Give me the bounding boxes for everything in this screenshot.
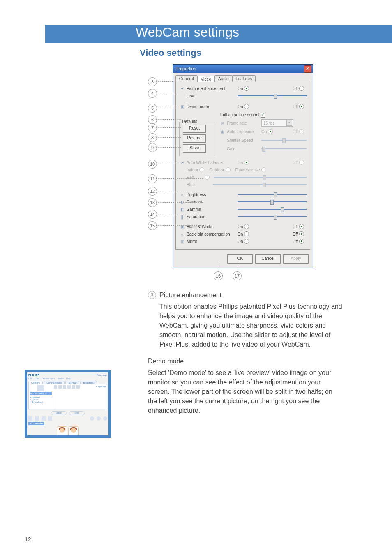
demo-thumbnail: PHILIPS VLounge FileEditPreferencesAudio…: [25, 370, 111, 438]
slider-level[interactable]: [238, 93, 307, 98]
pic-enh-off[interactable]: Off: [293, 86, 304, 91]
defaults-group: Defaults Reset Restore Save: [179, 122, 215, 156]
callout-7: 7: [148, 123, 157, 132]
backlight-icon: ☼: [179, 231, 185, 237]
row-demo-mode: ▣ Demo mode On Off: [179, 103, 307, 110]
dialog-wrap: 3 4 5 6 7 8 9 10 11 12 13 14 15 Properti…: [148, 64, 329, 280]
label-level: Level: [187, 94, 236, 98]
callout-9: 9: [148, 143, 157, 152]
tab-pane-video: ✦ Picture enhancement On Off Level ▣ Dem…: [175, 82, 310, 250]
callouts-bottom: 16 17: [214, 271, 329, 280]
callout-6: 6: [148, 115, 157, 124]
btn-save[interactable]: Save: [183, 144, 206, 153]
btn-apply[interactable]: Apply: [283, 254, 309, 264]
body-text: 3Picture enhancement This option enables…: [148, 290, 343, 415]
film-icon: ⎘: [219, 120, 225, 126]
demo-on[interactable]: On: [238, 104, 249, 109]
thumb-vlounge: VLounge: [97, 374, 107, 377]
slider-contrast[interactable]: [238, 199, 307, 204]
demo-off[interactable]: Off: [293, 104, 304, 109]
row-bw: ▣ Black & White On Off: [179, 223, 307, 230]
gamma-icon: ◧: [179, 206, 185, 212]
callout-8: 8: [148, 133, 157, 142]
callout-14: 14: [148, 210, 157, 219]
row-mirror: ▥ Mirror On Off: [179, 238, 307, 245]
thumb-brand: PHILIPS: [28, 374, 39, 377]
dialog-title: Properties: [175, 66, 196, 71]
header-band: WebCam settings: [45, 25, 392, 43]
row-pic-enh-level: Level: [179, 92, 307, 99]
bw-icon: ▣: [179, 224, 185, 229]
label-full-auto: Full automatic control: [220, 113, 259, 117]
label-demo-mode: Demo mode: [187, 104, 236, 109]
label-picture-enhancement: Picture enhancement: [187, 86, 236, 91]
callout-3: 3: [148, 77, 157, 86]
mirror-on[interactable]: On: [238, 239, 249, 244]
row-auto-exposure: ◉ Auto Exposure On Off: [219, 128, 307, 135]
row-awb-presets: Indoor Outdoor Fluorescense: [179, 166, 307, 173]
dialog-tabs: General Video Audio Features: [173, 73, 313, 82]
dd-frame-rate[interactable]: 15 fps▾: [261, 119, 293, 127]
callout-12: 12: [148, 187, 157, 196]
callout-17: 17: [233, 271, 242, 280]
bw-on[interactable]: On: [238, 224, 249, 229]
callout-16: 16: [214, 271, 223, 280]
thumb-mediabox: MY MEDIA BOX: [30, 392, 52, 395]
callout-11: 11: [148, 174, 157, 183]
thumb-face-right: [68, 426, 79, 437]
thumb-menu: FileEditPreferencesAudioHelp: [28, 377, 107, 380]
demo-icon: ▣: [179, 104, 185, 109]
slider-brightness[interactable]: [238, 192, 307, 197]
btn-restore[interactable]: Restore: [183, 134, 206, 143]
btn-cancel[interactable]: Cancel: [255, 254, 281, 264]
slider-saturation[interactable]: [238, 214, 307, 219]
properties-dialog: Properties ✕ General Video Audio Feature…: [173, 64, 313, 268]
saturation-icon: ❚: [179, 214, 185, 220]
row-picture-enhancement: ✦ Picture enhancement On Off: [179, 85, 307, 92]
row-awb: ☀ Auto White Balance On Off: [179, 159, 307, 166]
tab-general[interactable]: General: [175, 75, 198, 82]
checkbox-full-auto[interactable]: [261, 113, 265, 118]
paragraph-demo: Select 'Demo mode' to see a 'live previe…: [148, 368, 343, 416]
thumb-tabs: Capture Communicate Monitor Broadcast: [28, 381, 107, 384]
row-frame-rate: ⎘ Frame rate 15 fps▾: [219, 119, 307, 127]
thumb-xoptions: X options: [96, 385, 106, 388]
thumb-cambox: MY CAMERA: [28, 422, 44, 425]
callout-15: 15: [148, 221, 157, 230]
bl-on[interactable]: On: [238, 231, 249, 236]
dialog-buttons: OK Cancel Apply: [173, 252, 313, 268]
pic-enh-on[interactable]: On: [238, 86, 249, 91]
chevron-down-icon: ▾: [286, 120, 292, 126]
mirror-icon: ▥: [179, 238, 185, 244]
close-icon[interactable]: ✕: [304, 65, 311, 73]
page-number: 12: [25, 536, 31, 543]
tab-video[interactable]: Video: [197, 76, 215, 82]
row-full-auto: Full automatic control: [179, 113, 307, 118]
section-title: Video settings: [140, 48, 367, 58]
subhead-demo: Demo mode: [148, 356, 343, 366]
thumb-face-left: [57, 426, 67, 437]
bw-off[interactable]: Off: [293, 224, 304, 229]
callout-5: 5: [148, 104, 157, 113]
sparkle-icon: ✦: [179, 86, 185, 91]
brightness-icon: ☼: [179, 192, 185, 197]
row-backlight: ☼ Backlight compensation On Off: [179, 230, 307, 238]
btn-reset[interactable]: Reset: [183, 125, 206, 133]
paragraph-3: This option enables Philips patented Pix…: [148, 302, 343, 349]
dialog-titlebar: Properties ✕: [173, 65, 313, 73]
defaults-legend: Defaults: [181, 119, 198, 124]
callout-10: 10: [148, 160, 157, 169]
slider-gamma[interactable]: [238, 207, 307, 212]
tab-audio[interactable]: Audio: [214, 75, 233, 82]
callout-13: 13: [148, 198, 157, 207]
btn-ok[interactable]: OK: [227, 254, 253, 264]
subhead-3: 3Picture enhancement: [148, 290, 343, 300]
aperture-icon: ◉: [219, 129, 225, 134]
header-title: WebCam settings: [136, 25, 239, 40]
tab-features[interactable]: Features: [232, 75, 256, 82]
bl-off[interactable]: Off: [293, 231, 304, 236]
callout-4: 4: [148, 89, 157, 98]
wb-icon: ☀: [179, 160, 185, 165]
mirror-off[interactable]: Off: [293, 239, 304, 244]
inline-callout-3: 3: [148, 291, 156, 299]
